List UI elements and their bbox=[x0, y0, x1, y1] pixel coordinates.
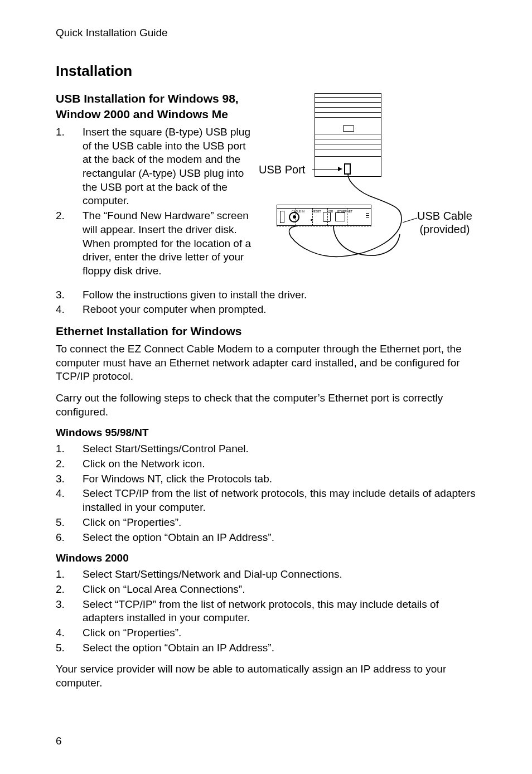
cable-label-l2: (provided) bbox=[419, 223, 470, 235]
step-text: Select “TCP/IP” from the list of network… bbox=[83, 598, 476, 625]
list-item: 1.Select Start/Settings/Network and Dial… bbox=[56, 568, 476, 582]
page-title: Installation bbox=[56, 62, 476, 80]
usb-heading-line-2: Window 2000 and Windows Me bbox=[56, 108, 252, 121]
usb-steps-partial: 1.Insert the square (B-type) USB plug of… bbox=[56, 125, 252, 278]
page-number: 6 bbox=[56, 735, 62, 747]
step-text: Follow the instructions given to install… bbox=[83, 288, 476, 302]
list-item: 5.Select the option “Obtain an IP Addres… bbox=[56, 641, 476, 655]
win9598nt-heading: Windows 95/98/NT bbox=[56, 427, 476, 439]
ethernet-heading: Ethernet Installation for Windows bbox=[56, 325, 476, 338]
list-item: 2.Click on “Local Area Connections”. bbox=[56, 583, 476, 597]
step-text: Click on “Properties”. bbox=[83, 626, 476, 640]
list-item: 4.Select TCP/IP from the list of network… bbox=[56, 487, 476, 514]
list-item: 2.Click on the Network icon. bbox=[56, 457, 476, 471]
step-text: Click on “Local Area Connections”. bbox=[83, 583, 476, 597]
list-item: 5.Click on “Properties”. bbox=[56, 516, 476, 530]
cable-label-l1: USB Cable bbox=[417, 210, 472, 222]
step-text: Select the option “Obtain an IP Address”… bbox=[83, 531, 476, 545]
win2000-steps: 1.Select Start/Settings/Network and Dial… bbox=[56, 568, 476, 655]
win2000-heading: Windows 2000 bbox=[56, 552, 476, 564]
usb-cable-icon bbox=[263, 92, 475, 270]
installation-diagram: USB Port CABLE IN RESET USB ETHERNET bbox=[263, 92, 475, 270]
step-text: Reboot your computer when prompted. bbox=[83, 303, 476, 317]
list-item: 4.Reboot your computer when prompted. bbox=[56, 303, 476, 317]
usb-heading-line-1: USB Installation for Windows 98, bbox=[56, 92, 252, 105]
step-text: Insert the square (B-type) USB plug of t… bbox=[83, 125, 252, 208]
step-text: Select Start/Settings/Control Panel. bbox=[83, 442, 476, 456]
step-text: Click on the Network icon. bbox=[83, 457, 476, 471]
list-item: 6.Select the option “Obtain an IP Addres… bbox=[56, 531, 476, 545]
usb-steps-rest: 3.Follow the instructions given to insta… bbox=[56, 288, 476, 317]
list-item: 3.For Windows NT, click the Protocols ta… bbox=[56, 472, 476, 486]
list-item: 1.Select Start/Settings/Control Panel. bbox=[56, 442, 476, 456]
list-item: 4.Click on “Properties”. bbox=[56, 626, 476, 640]
closing-paragraph: Your service provider will now be able t… bbox=[56, 662, 476, 690]
step-text: Click on “Properties”. bbox=[83, 516, 476, 530]
page-header: Quick Installation Guide bbox=[56, 27, 476, 39]
list-item: 3.Select “TCP/IP” from the list of netwo… bbox=[56, 598, 476, 625]
step-text: Select Start/Settings/Network and Dial-u… bbox=[83, 568, 476, 582]
usb-cable-label: USB Cable (provided) bbox=[417, 209, 472, 236]
list-item: 2.The “Found New Hardware” screen will a… bbox=[56, 209, 252, 278]
step-text: Select TCP/IP from the list of network p… bbox=[83, 487, 476, 514]
step-text: For Windows NT, click the Protocols tab. bbox=[83, 472, 476, 486]
step-text: Select the option “Obtain an IP Address”… bbox=[83, 641, 476, 655]
win9598nt-steps: 1.Select Start/Settings/Control Panel. 2… bbox=[56, 442, 476, 544]
list-item: 1.Insert the square (B-type) USB plug of… bbox=[56, 125, 252, 208]
ethernet-para-2: Carry out the following steps to check t… bbox=[56, 391, 476, 419]
list-item: 3.Follow the instructions given to insta… bbox=[56, 288, 476, 302]
step-text: The “Found New Hardware” screen will app… bbox=[83, 209, 252, 278]
ethernet-para-1: To connect the EZ Connect Cable Modem to… bbox=[56, 342, 476, 384]
